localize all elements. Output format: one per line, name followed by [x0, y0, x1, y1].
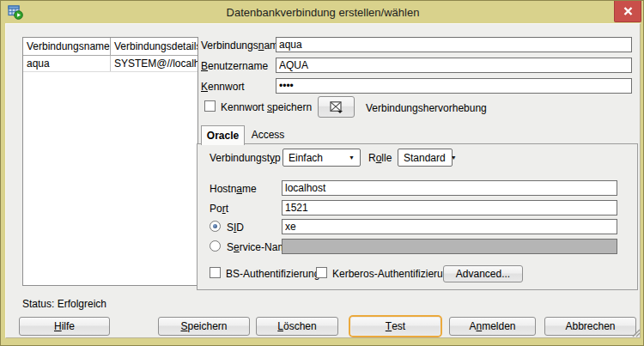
port-label: Port [210, 203, 228, 215]
advanced-button[interactable]: Advanced... [443, 265, 523, 282]
dialog-window: Datenbankverbindung erstellen/wählen Ver… [0, 0, 644, 346]
window-title: Datenbankverbindung erstellen/wählen [1, 6, 644, 19]
save-button[interactable]: Speichern [158, 317, 250, 336]
connection-color-button[interactable] [318, 96, 355, 118]
tab-oracle[interactable]: Oracle [201, 125, 245, 145]
password-input[interactable] [276, 78, 632, 94]
status-text: Status: Erfolgreich [22, 298, 106, 310]
column-header-details[interactable]: Verbindungsdetails [111, 38, 197, 55]
connection-type-label: Verbindungstyp [210, 152, 281, 164]
cell-connection-name: aqua [23, 56, 111, 71]
kerberos-authentication-label: Kerberos-Authentifizierung [332, 268, 454, 280]
close-icon [623, 7, 633, 15]
column-header-name[interactable]: Verbindungsname [23, 38, 111, 55]
hostname-input[interactable] [282, 180, 617, 196]
save-password-label: Kennwort speichern [221, 101, 312, 113]
connection-type-value: Einfach [289, 152, 323, 164]
sid-label: SID [227, 222, 244, 234]
connection-name-input[interactable] [276, 37, 632, 52]
os-authentication-label: BS-Authentifizierung [226, 268, 319, 280]
test-button[interactable]: Test [350, 317, 440, 336]
connection-table-header: Verbindungsname Verbindungsdetails [23, 38, 197, 56]
username-input[interactable] [276, 58, 632, 73]
service-name-input [282, 239, 617, 254]
port-input[interactable] [282, 200, 617, 215]
chevron-down-icon: ▼ [349, 155, 355, 161]
password-label: Kennwort [201, 81, 245, 93]
role-label: Rolle [368, 152, 392, 164]
title-bar[interactable]: Datenbankverbindung erstellen/wählen [1, 1, 644, 23]
cell-connection-details: SYSTEM@//localh... [111, 56, 197, 71]
connection-type-dropdown[interactable]: Einfach ▼ [283, 149, 361, 167]
save-password-checkbox[interactable] [204, 100, 216, 112]
resize-grip[interactable] [631, 328, 641, 337]
username-label: Benutzername [201, 60, 268, 72]
no-color-icon [330, 101, 343, 113]
close-button[interactable] [614, 1, 641, 22]
kerberos-authentication-checkbox[interactable] [316, 267, 327, 278]
connection-table[interactable]: Verbindungsname Verbindungsdetails aqua … [22, 37, 198, 286]
chevron-down-icon: ▼ [451, 155, 457, 161]
service-name-radio[interactable] [210, 240, 221, 252]
sid-radio[interactable] [210, 221, 221, 232]
connection-highlight-label: Verbindungshervorhebung [366, 102, 487, 114]
connection-name-label: Verbindungsname [201, 39, 284, 52]
delete-button[interactable]: Löschen [256, 317, 338, 336]
role-dropdown[interactable]: Standard ▼ [398, 149, 453, 167]
table-row[interactable]: aqua SYSTEM@//localh... [23, 56, 197, 72]
connect-button[interactable]: Anmelden [449, 317, 536, 336]
help-button[interactable]: Hilfe [19, 317, 110, 336]
hostname-label: Hostname [210, 183, 257, 195]
cancel-button[interactable]: Abbrechen [544, 317, 636, 336]
role-value: Standard [404, 152, 446, 164]
sid-input[interactable] [282, 219, 617, 234]
tab-access[interactable]: Access [245, 125, 291, 144]
os-authentication-checkbox[interactable] [210, 267, 221, 278]
